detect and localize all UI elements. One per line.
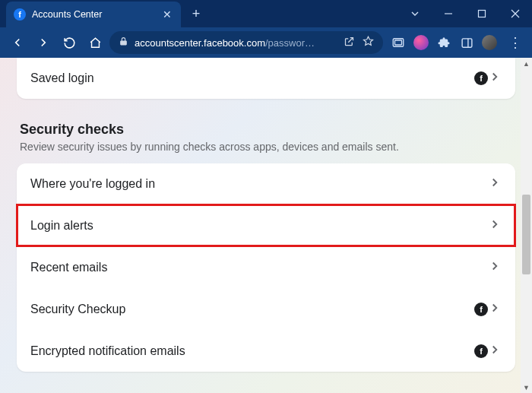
row-label: Security Checkup: [30, 303, 474, 316]
close-tab-button[interactable]: ✕: [161, 8, 173, 21]
chevron-right-icon: [488, 343, 502, 360]
address-bar[interactable]: accountscenter.facebook.com/passwor…: [109, 31, 383, 54]
share-icon[interactable]: [344, 36, 355, 49]
home-button[interactable]: [84, 31, 106, 54]
svg-rect-1: [479, 11, 486, 17]
row-label: Where you're logged in: [30, 177, 488, 191]
recent-emails-row[interactable]: Recent emails: [17, 246, 515, 288]
profile-avatar[interactable]: [482, 35, 497, 50]
saved-login-label: Saved login: [30, 71, 474, 85]
bookmark-star-icon[interactable]: [363, 36, 374, 49]
tab-search-button[interactable]: [398, 2, 432, 25]
extension-icon-2[interactable]: [413, 35, 429, 50]
encrypted-emails-row[interactable]: Encrypted notification emails f: [17, 330, 515, 372]
minimize-button[interactable]: [432, 2, 465, 25]
facebook-favicon: f: [14, 8, 26, 21]
chevron-right-icon: [488, 70, 502, 87]
reload-button[interactable]: [58, 31, 81, 54]
url-text: accountscenter.facebook.com/passwor…: [135, 37, 337, 49]
page-content: Saved login f Security checks Review sec…: [0, 58, 532, 393]
page-viewport: Saved login f Security checks Review sec…: [0, 58, 532, 393]
browser-tab[interactable]: f Accounts Center ✕: [6, 2, 181, 27]
scrollbar-thumb[interactable]: [522, 195, 530, 274]
section-subtitle: Review security issues by running checks…: [20, 141, 512, 153]
tab-title: Accounts Center: [32, 9, 161, 20]
row-label: Login alerts: [30, 219, 488, 233]
maximize-button[interactable]: [465, 2, 499, 25]
window-titlebar: f Accounts Center ✕ +: [0, 0, 532, 27]
scroll-up-arrow[interactable]: ▲: [521, 58, 532, 69]
security-checks-list: Where you're logged in Login alerts Rece…: [17, 163, 515, 372]
facebook-icon: f: [474, 344, 488, 358]
svg-rect-5: [395, 40, 402, 45]
browser-toolbar: accountscenter.facebook.com/passwor… ⋮: [0, 27, 532, 58]
close-window-button[interactable]: [499, 2, 532, 25]
saved-login-row[interactable]: Saved login f: [17, 58, 515, 99]
back-button[interactable]: [6, 31, 29, 54]
extension-icons: [386, 35, 502, 50]
row-label: Recent emails: [30, 261, 488, 274]
where-logged-in-row[interactable]: Where you're logged in: [17, 163, 515, 204]
scroll-down-arrow[interactable]: ▼: [521, 382, 532, 393]
svg-rect-6: [462, 38, 472, 46]
forward-button[interactable]: [32, 31, 55, 54]
browser-menu-button[interactable]: ⋮: [505, 31, 526, 54]
vertical-scrollbar[interactable]: ▲ ▼: [521, 58, 532, 393]
security-checkup-row[interactable]: Security Checkup f: [17, 288, 515, 330]
saved-login-card: Saved login f: [17, 58, 515, 99]
facebook-icon: f: [474, 71, 488, 85]
extension-icon-1[interactable]: [391, 35, 406, 50]
new-tab-button[interactable]: +: [185, 3, 207, 24]
window-controls: [398, 0, 532, 27]
login-alerts-row[interactable]: Login alerts: [17, 204, 515, 246]
chevron-right-icon: [488, 259, 502, 276]
chevron-right-icon: [488, 217, 502, 234]
chevron-right-icon: [488, 301, 502, 318]
extensions-puzzle-icon[interactable]: [436, 35, 451, 50]
lock-icon: [119, 36, 128, 49]
security-checks-header: Security checks Review security issues b…: [17, 113, 515, 163]
side-panel-icon[interactable]: [459, 35, 474, 50]
section-title: Security checks: [20, 122, 512, 138]
facebook-icon: f: [474, 303, 488, 316]
chevron-right-icon: [488, 176, 502, 192]
row-label: Encrypted notification emails: [30, 344, 474, 358]
